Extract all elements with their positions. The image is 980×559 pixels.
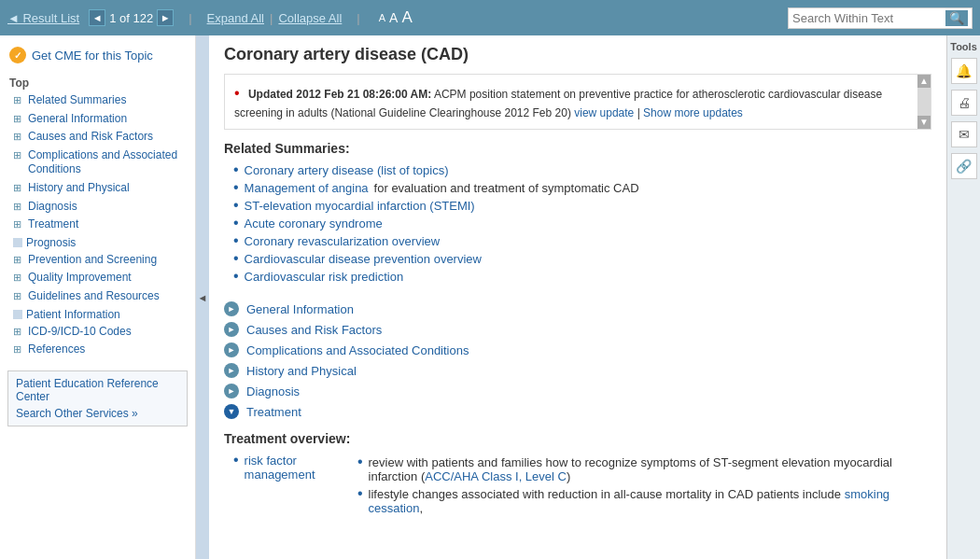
risk-factor-link[interactable]: risk factor management [245,454,343,482]
sidebar-item[interactable]: ⊞Causes and Risk Factors [9,128,186,147]
collapse-section-btn[interactable]: ▼ [224,404,239,419]
sidebar-item-label[interactable]: Complications and Associated Conditions [28,148,186,177]
sidebar-top-label: Top [9,73,186,91]
sidebar-item-label[interactable]: Prognosis [26,236,76,249]
sidebar-item[interactable]: ⊞Complications and Associated Conditions [9,147,186,179]
update-date-label: Updated 2012 Feb 21 08:26:00 AM: [248,88,431,101]
view-update-link[interactable]: view update [574,106,634,119]
plus-icon: ⊞ [13,254,24,266]
plus-icon: ⊞ [13,201,24,213]
font-med-btn[interactable]: A [389,10,398,25]
summary-link[interactable]: Coronary revascularization overview [245,234,441,248]
list-item: Management of angina for evaluation and … [233,179,931,197]
plus-icon: ⊞ [13,290,24,302]
treatment-section: Treatment overview: risk factor manageme… [224,431,931,519]
sidebar-item[interactable]: ⊞General Information [9,110,186,129]
section-nav-label[interactable]: Complications and Associated Conditions [246,343,469,357]
smoking-cessation-link[interactable]: smoking cessation [369,487,890,515]
sidebar-item-label[interactable]: Quality Improvement [28,271,132,286]
sidebar-item[interactable]: ⊞Prevention and Screening [9,251,186,270]
collapse-all-link[interactable]: Collapse All [278,11,342,25]
cme-icon: ✓ [9,47,26,63]
search-button[interactable]: 🔍 [945,10,968,26]
page-title: Coronary artery disease (CAD) [224,45,931,64]
sidebar-item-label[interactable]: Diagnosis [28,200,77,215]
square-icon [13,310,22,319]
update-scrollbar: ▲ ▼ [917,75,931,129]
separator2: | [270,11,273,25]
plus-icon: ⊞ [13,272,24,284]
sidebar-item[interactable]: ⊞ICD-9/ICD-10 Codes [9,323,186,342]
sidebar-item-label[interactable]: Prevention and Screening [28,253,157,268]
section-nav-label[interactable]: Treatment [246,405,301,419]
cme-label: Get CME for this Topic [32,49,153,63]
patient-education-title[interactable]: Patient Education Reference Center [16,377,179,403]
patient-education-box: Patient Education Reference Center Searc… [7,370,188,426]
scroll-down-btn[interactable]: ▼ [917,116,931,129]
section-nav-item: ►Causes and Risk Factors [224,319,931,340]
font-small-btn[interactable]: A [379,12,385,23]
expand-section-btn[interactable]: ► [224,363,239,378]
print-icon[interactable]: 🖨 [951,90,977,116]
sidebar-item[interactable]: ⊞Quality Improvement [9,269,186,287]
related-summaries-section: Related Summaries: Coronary artery disea… [224,141,931,286]
search-input[interactable] [792,11,942,25]
sidebar-item[interactable]: ⊞History and Physical [9,179,186,198]
summary-link[interactable]: Cardiovascular disease prevention overvi… [245,252,482,266]
section-nav-label[interactable]: History and Physical [246,364,357,378]
treatment-sub-list: review with patients and families how to… [348,454,931,517]
expand-all-link[interactable]: Expand All [207,11,264,25]
sidebar-item-label[interactable]: References [28,342,85,357]
result-list-link[interactable]: ◄ Result List [7,11,79,25]
section-nav-item: ►History and Physical [224,360,931,381]
sidebar-item-label[interactable]: ICD-9/ICD-10 Codes [28,325,132,340]
expand-section-btn[interactable]: ► [224,342,239,357]
scroll-up-btn[interactable]: ▲ [917,75,931,88]
section-nav-label[interactable]: General Information [246,302,354,316]
summary-link[interactable]: Coronary artery disease (list of topics) [245,163,449,177]
section-nav-label[interactable]: Causes and Risk Factors [246,323,382,337]
summary-link[interactable]: ST-elevation myocardial infarction (STEM… [245,199,475,213]
sidebar-item-label[interactable]: History and Physical [28,181,130,196]
expand-section-btn[interactable]: ► [224,384,239,398]
show-more-updates-link[interactable]: Show more updates [643,106,743,119]
summary-link[interactable]: Acute coronary syndrome [245,217,383,231]
main-layout: ✓ Get CME for this Topic Top ⊞Related Su… [0,35,980,559]
email-icon[interactable]: ✉ [951,121,977,147]
search-box: 🔍 [788,7,973,29]
sidebar-item[interactable]: ⊞References [9,341,186,359]
sidebar-item-label[interactable]: Treatment [28,217,78,232]
sidebar-collapse-handle[interactable]: ◄ [196,35,209,559]
summary-link[interactable]: Management of angina [245,181,369,195]
link-icon[interactable]: 🔗 [951,153,977,179]
section-nav-label[interactable]: Diagnosis [246,384,300,398]
bell-icon[interactable]: 🔔 [951,58,977,84]
sidebar-item[interactable]: ⊞Related Summaries [9,91,186,110]
summary-suffix: for evaluation and treatment of symptoma… [374,181,639,195]
sidebar-item-label[interactable]: Related Summaries [28,93,126,108]
sidebar-item-label[interactable]: General Information [28,112,127,127]
cme-link[interactable]: ✓ Get CME for this Topic [0,43,195,71]
font-large-btn[interactable]: A [401,8,412,27]
sidebar-item[interactable]: ⊞Treatment [9,216,186,234]
plus-icon: ⊞ [13,343,24,356]
plus-icon: ⊞ [13,182,24,194]
section-nav: ►General Information►Causes and Risk Fac… [224,299,931,422]
expand-section-btn[interactable]: ► [224,322,239,337]
list-item: Coronary revascularization overview [233,232,931,250]
sidebar-item-label[interactable]: Causes and Risk Factors [28,130,153,145]
search-other-link[interactable]: Search Other Services » [16,407,179,420]
acc-aha-link[interactable]: ACC/AHA Class I, Level C [425,469,567,483]
sidebar-item-label[interactable]: Guidelines and Resources [28,289,160,304]
section-nav-item: ▼Treatment [224,401,931,422]
nav-next-button[interactable]: ► [157,9,174,26]
section-nav-item: ►Complications and Associated Conditions [224,340,931,360]
summary-link[interactable]: Cardiovascular risk prediction [245,270,404,284]
expand-section-btn[interactable]: ► [224,301,239,316]
sidebar-item[interactable]: ⊞Guidelines and Resources [9,287,186,306]
sidebar-item[interactable]: ⊞Diagnosis [9,198,186,217]
list-item: Cardiovascular risk prediction [233,268,931,286]
update-bullet: • [234,85,240,101]
sidebar-item-label[interactable]: Patient Information [26,308,120,321]
nav-prev-button[interactable]: ◄ [89,9,105,26]
